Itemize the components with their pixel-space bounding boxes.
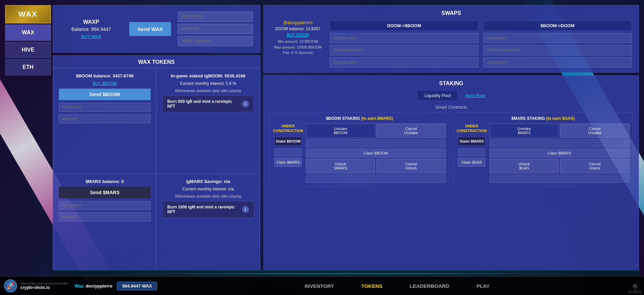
nav-leaderboard[interactable]: LEADERBOARD — [410, 282, 450, 290]
smars-unlock-input[interactable] — [306, 174, 446, 183]
cancel-unlock-gas-button[interactable]: Cancel Unlock — [560, 159, 629, 173]
sgas-unlock-input[interactable] — [490, 174, 629, 183]
boom-unstake-input[interactable] — [306, 139, 446, 147]
wax-memo-input[interactable] — [178, 36, 253, 46]
boom-balance: $BOOM balance: 3427.6749 — [59, 73, 151, 78]
nav-inventory[interactable]: INVENTORY — [305, 282, 334, 290]
boom-to-doom-input1[interactable] — [483, 33, 632, 43]
ig-mars-cell: igMARS Savings: n/a Current monthly inte… — [156, 174, 260, 272]
sidebar-logo: WAX — [5, 5, 51, 23]
boom-staking-col: $BOOM STAKING (to earn $MARS) UNDERCONST… — [269, 112, 450, 186]
alcor-pool-link[interactable]: Alcor Pool — [465, 93, 485, 98]
send-wax-button[interactable]: Send WAX — [129, 22, 171, 36]
burn-boom-info-icon[interactable]: i — [242, 100, 249, 107]
wax-balance: Balance: 994.9447 — [60, 26, 122, 32]
right-panel: SWAPS @doctyppierre's DOOM balance: 13.8… — [264, 5, 639, 275]
doom-to-boom-swap: DOOM->$BOOM — [330, 20, 478, 68]
ig-mars-savings: igMARS Savings: n/a — [162, 179, 254, 184]
doom-to-boom-amount[interactable] — [330, 45, 478, 55]
boom-to-doom-input3[interactable] — [483, 57, 632, 68]
lp-separator: - — [461, 93, 462, 98]
staking-header: STAKING — [269, 80, 633, 87]
mars-under-construction: UNDERCONSTRUCTION — [457, 124, 487, 133]
swaps-doom-info: @doctyppierre's DOOM balance: 13.8267 BU… — [271, 20, 325, 68]
doom-to-boom-input1[interactable] — [330, 33, 478, 43]
wax-info: WAXP Balance: 994.9447 BUY WAX — [60, 19, 122, 39]
url-display: https://play.crypto-shots.com/wallet — [20, 282, 68, 285]
claim-smars-button[interactable]: Claim $MARS — [490, 149, 629, 158]
taskbar-brand: https://play.crypto-shots.com/wallet cry… — [20, 282, 68, 290]
nav-play[interactable]: PLAY — [476, 282, 490, 290]
unstake-mars-button[interactable]: Unstake $MARS — [490, 124, 559, 138]
unlock-sgas-button[interactable]: Unlock $GAS — [490, 159, 559, 173]
logout-icon[interactable]: ⎋ — [633, 282, 637, 290]
username-display: doctyppierre — [86, 283, 113, 289]
smart-contracts-label: Smart Contracts — [269, 105, 633, 110]
mars-amount-input[interactable] — [59, 213, 151, 221]
taskbar-nav: INVENTORY TOKENS LEADERBOARD PLAY — [161, 282, 633, 290]
boom-to-doom-swap: $BOOM->DOOM — [483, 20, 632, 68]
boom-to-doom-amount[interactable] — [483, 45, 632, 55]
cancel-unstake-mars-button[interactable]: Cancel Unstake — [560, 124, 629, 138]
liquidity-pool-button[interactable]: Liquidity Pool — [417, 90, 458, 101]
sidebar-item-wax[interactable]: WAX — [5, 24, 51, 41]
avatar: 🚀 — [4, 279, 17, 292]
cancel-unlock-smars-button[interactable]: Cancel Unlock — [376, 159, 446, 173]
ig-withdraw-note: Withdrawals available daily after playin… — [162, 89, 254, 93]
sidebar-item-hive[interactable]: HIVE — [5, 42, 51, 58]
ig-interest-label: Current monthly interest: 5.8 % — [162, 81, 254, 86]
cancel-unstake-boom-button[interactable]: Cancel Unstake — [376, 124, 446, 138]
main-content: WAXP Balance: 994.9447 BUY WAX Send WAX … — [53, 5, 639, 275]
boom-under-construction: UNDERCONSTRUCTION — [273, 124, 303, 133]
tokens-grid: $BOOM balance: 3427.6749 BUY $BOOM Send … — [53, 68, 260, 272]
brand-name: crypto-shots.io — [20, 285, 68, 290]
sidebar: WAX WAX HIVE ETH — [5, 5, 51, 275]
wax-tokens-section: WAX TOKENS $BOOM balance: 3427.6749 BUY … — [53, 55, 260, 275]
wax-send-section: WAXP Balance: 994.9447 BUY WAX Send WAX — [53, 5, 260, 53]
mars-unstake-input[interactable] — [490, 139, 629, 147]
version-label: v1.10.11 — [628, 290, 641, 294]
swaps-section: SWAPS @doctyppierre's DOOM balance: 13.8… — [264, 5, 639, 73]
buy-doom-link[interactable]: BUY DOOM — [287, 33, 309, 37]
unlock-smars-button[interactable]: Unlock SMARS — [306, 159, 375, 173]
buy-wax-link[interactable]: BUY WAX — [60, 34, 122, 39]
burn-mars-nft-button[interactable]: Burn 1000 igM and mint a rare/epic NFT i — [162, 201, 254, 218]
wax-balance-pill: 994.9447 WAX — [117, 282, 157, 290]
left-panel: WAXP Balance: 994.9447 BUY WAX Send WAX … — [53, 5, 260, 275]
boom-to-doom-title: $BOOM->DOOM — [483, 20, 632, 31]
stake-mars-button[interactable]: Stake $MARS — [458, 137, 485, 146]
unstake-boom-button[interactable]: Unstake $BOOM — [306, 124, 375, 138]
send-mars-button[interactable]: Send $MARS — [59, 187, 151, 198]
claim-boom-button[interactable]: Claim $BOOM — [306, 149, 446, 158]
ig-boom-cell: In-game staked igBOOM: 5536.4166 Current… — [156, 68, 260, 174]
nav-tokens[interactable]: TOKENS — [361, 282, 382, 290]
boom-stake-input[interactable] — [274, 148, 302, 156]
wax-tokens-header: WAX TOKENS — [53, 56, 260, 68]
burn-boom-nft-button[interactable]: Burn 500 igB and mint a rare/epic NFT i — [162, 95, 254, 112]
staking-grid: $BOOM STAKING (to earn $MARS) UNDERCONST… — [269, 112, 633, 186]
stake-boom-button[interactable]: Stake $BOOM — [274, 137, 302, 146]
mars-recipient-input[interactable] — [59, 201, 151, 210]
liquidity-pool-row: Liquidity Pool - Alcor Pool — [269, 90, 633, 101]
mars-staking-title: $MARS STAKING (to earn $GAS) — [457, 116, 629, 121]
doom-to-boom-input3[interactable] — [330, 57, 478, 68]
claim-mars-button[interactable]: Claim $MARS — [274, 158, 302, 167]
doom-username: @doctyppierre's — [283, 20, 313, 25]
buy-boom-link[interactable]: BUY $BOOM — [59, 81, 151, 86]
ig-staked-label: In-game staked igBOOM: 5536.4166 — [162, 73, 254, 78]
burn-mars-info-icon[interactable]: i — [242, 206, 249, 213]
wax-input-fields — [178, 12, 253, 46]
wax-recipient-input[interactable] — [178, 12, 253, 22]
sidebar-item-eth[interactable]: ETH — [5, 59, 51, 75]
boom-staking-title: $BOOM STAKING (to earn $MARS) — [273, 116, 446, 121]
boom-recipient-input[interactable] — [59, 103, 151, 112]
staking-section: STAKING Liquidity Pool - Alcor Pool Smar… — [264, 75, 639, 275]
claim-gas-button[interactable]: Claim $GAS — [458, 158, 485, 167]
circuit-decoration — [53, 270, 639, 276]
wax-chain-label: Wax — [74, 283, 83, 289]
wax-amount-input[interactable] — [178, 24, 253, 34]
send-boom-button[interactable]: Send $BOOM — [59, 89, 151, 100]
mars-stake-input[interactable] — [458, 148, 485, 156]
boom-amount-input[interactable] — [59, 114, 151, 123]
boom-token-cell: $BOOM balance: 3427.6749 BUY $BOOM Send … — [53, 68, 156, 174]
